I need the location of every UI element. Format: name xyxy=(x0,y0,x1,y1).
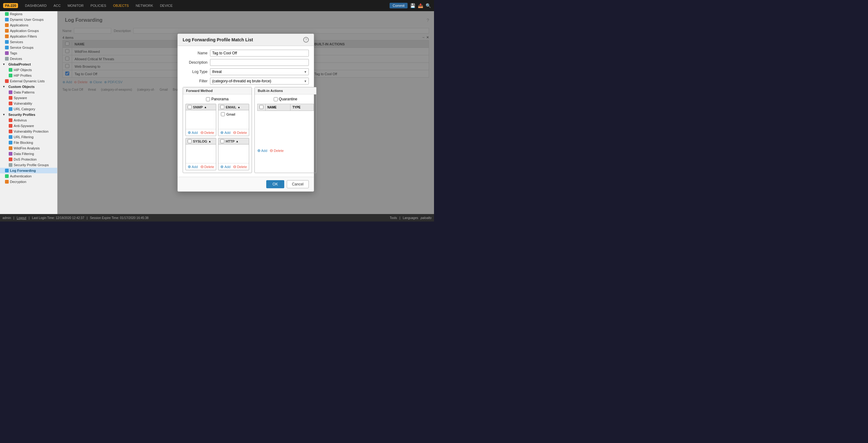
sidebar-item-wildfire-analysis[interactable]: WildFire Analysis xyxy=(0,146,57,151)
modal-footer: OK Cancel xyxy=(178,177,314,191)
builtin-add-btn[interactable]: ⊕ Add xyxy=(257,148,268,153)
sidebar-item-log-forwarding[interactable]: Log Forwarding xyxy=(0,168,57,173)
syslog-delete-btn[interactable]: ⊖ Delete xyxy=(200,164,214,169)
sidebar-item-spyware[interactable]: Spyware xyxy=(0,95,57,101)
sidebar-item-file-blocking[interactable]: File Blocking xyxy=(0,140,57,146)
cancel-button[interactable]: Cancel xyxy=(287,180,309,188)
sidebar-item-services[interactable]: Services xyxy=(0,39,57,45)
file-blocking-icon xyxy=(9,141,12,145)
filter-select[interactable]: (category-of-threatid eq brute-force) an… xyxy=(210,78,309,85)
services-icon xyxy=(5,40,9,44)
forward-method-section: Forward Method Panorama xyxy=(183,87,252,173)
upload-icon[interactable]: 📤 xyxy=(418,3,423,8)
expand-icon: ▼ xyxy=(2,63,5,66)
sidebar-item-security-profile-groups[interactable]: Security Profile Groups xyxy=(0,162,57,168)
sidebar-parent-globalprotect[interactable]: ▼ GlobalProtect xyxy=(0,62,57,67)
sidebar-item-anti-spyware[interactable]: Anti-Spyware xyxy=(0,123,57,129)
forward-method-title: Forward Method xyxy=(183,87,252,94)
http-delete-btn[interactable]: ⊖ Delete xyxy=(233,164,247,169)
sidebar-item-vulnerability-protection[interactable]: Vulnerability Protection xyxy=(0,129,57,134)
application-groups-icon xyxy=(5,29,9,33)
description-label: Description xyxy=(183,60,208,65)
method-grid: SNMP ▲ ⊕ Add xyxy=(185,104,249,170)
http-add-btn[interactable]: ⊕ Add xyxy=(220,164,230,169)
sidebar-item-regions[interactable]: Regions xyxy=(0,11,57,17)
nav-device[interactable]: DEVICE xyxy=(157,2,176,9)
log-type-select[interactable]: threat traffic url data wildfire xyxy=(210,68,309,75)
quarantine-checkbox[interactable] xyxy=(274,97,278,101)
log-type-select-wrap: threat traffic url data wildfire ▼ xyxy=(210,68,309,75)
regions-icon xyxy=(5,12,9,16)
email-header: EMAIL ▲ xyxy=(218,104,249,110)
name-input[interactable] xyxy=(210,50,309,57)
http-checkbox[interactable] xyxy=(220,139,224,143)
modal-body: Name Description Log Type threat xyxy=(178,46,314,177)
modal-help-icon[interactable]: ? xyxy=(303,37,309,42)
builtin-add-icon: ⊕ xyxy=(257,148,261,153)
sidebar-item-data-patterns[interactable]: Data Patterns xyxy=(0,90,57,95)
save-icon[interactable]: 💾 xyxy=(410,3,415,8)
nav-dashboard[interactable]: DASHBOARD xyxy=(22,2,50,9)
sidebar-item-decryption[interactable]: Decryption xyxy=(0,179,57,185)
sidebar-item-vulnerability[interactable]: Vulnerability xyxy=(0,101,57,106)
sidebar-item-external-dynamic-lists[interactable]: External Dynamic Lists xyxy=(0,78,57,84)
sidebar-parent-security-profiles[interactable]: ▼ Security Profiles xyxy=(0,112,57,118)
email-footer: ⊕ Add ⊖ Delete xyxy=(218,129,249,136)
sidebar-item-antivirus[interactable]: Antivirus xyxy=(0,118,57,123)
builtin-select-all[interactable] xyxy=(259,105,264,109)
sidebar-item-applications[interactable]: Applications xyxy=(0,22,57,28)
sidebar-item-hip-profiles[interactable]: HIP Profiles xyxy=(0,73,57,78)
sidebar-item-url-filtering[interactable]: URL Filtering xyxy=(0,134,57,140)
sidebar-parent-custom-objects[interactable]: ▼ Custom Objects xyxy=(0,84,57,90)
email-add-btn[interactable]: ⊕ Add xyxy=(220,130,230,135)
status-tools[interactable]: Tools xyxy=(390,216,397,220)
email-item-gmail[interactable]: Gmail xyxy=(220,112,247,117)
sidebar-item-dos-protection[interactable]: DoS Protection xyxy=(0,157,57,162)
email-delete-btn[interactable]: ⊖ Delete xyxy=(233,130,247,135)
data-patterns-icon xyxy=(9,90,12,94)
sidebar-item-application-groups[interactable]: Application Groups xyxy=(0,28,57,34)
status-languages[interactable]: Languages xyxy=(403,216,418,220)
snmp-add-btn[interactable]: ⊕ Add xyxy=(188,130,198,135)
nav-objects[interactable]: OBJECTS xyxy=(110,2,132,9)
content-area: Log Forwarding ? Name Description 4 item… xyxy=(58,11,434,214)
commit-button[interactable]: Commit xyxy=(390,3,408,8)
builtin-delete-btn[interactable]: ⊖ Delete xyxy=(270,148,284,153)
expand-icon: ▼ xyxy=(2,85,5,88)
builtin-col-type: TYPE xyxy=(290,104,313,111)
syslog-add-btn[interactable]: ⊕ Add xyxy=(188,164,198,169)
sidebar-item-application-filters[interactable]: Application Filters xyxy=(0,34,57,39)
gmail-checkbox[interactable] xyxy=(221,112,225,116)
wildfire-analysis-icon xyxy=(9,146,12,150)
nav-policies[interactable]: POLICIES xyxy=(87,2,110,9)
syslog-delete-icon: ⊖ xyxy=(200,164,204,169)
snmp-add-icon: ⊕ xyxy=(188,130,191,135)
builtin-table: NAME TYPE xyxy=(257,104,314,111)
ok-button[interactable]: OK xyxy=(266,180,284,188)
panorama-checkbox[interactable] xyxy=(206,97,210,101)
syslog-checkbox[interactable] xyxy=(188,139,192,143)
sidebar-item-service-groups[interactable]: Service Groups xyxy=(0,45,57,50)
sidebar-item-authentication[interactable]: Authentication xyxy=(0,173,57,179)
snmp-body xyxy=(186,110,216,129)
email-checkbox[interactable] xyxy=(220,105,224,109)
external-dynamic-lists-icon xyxy=(5,79,9,83)
nav-network[interactable]: NETWORK xyxy=(133,2,156,9)
nav-acc[interactable]: ACC xyxy=(50,2,64,9)
status-logout[interactable]: Logout xyxy=(17,216,26,220)
snmp-footer: ⊕ Add ⊖ Delete xyxy=(186,129,216,136)
dynamic-user-groups-icon xyxy=(5,18,9,22)
sidebar-item-tags[interactable]: Tags xyxy=(0,50,57,56)
builtin-actions-content: Quarantine NAME TYPE xyxy=(255,94,316,155)
sidebar-item-devices[interactable]: Devices xyxy=(0,56,57,62)
snmp-checkbox[interactable] xyxy=(188,105,192,109)
search-icon[interactable]: 🔍 xyxy=(426,3,431,8)
sidebar-item-data-filtering[interactable]: Data Filtering xyxy=(0,151,57,157)
sidebar-item-dynamic-user-groups[interactable]: Dynamic User Groups xyxy=(0,17,57,22)
sidebar-item-url-category[interactable]: URL Category xyxy=(0,106,57,112)
snmp-delete-btn[interactable]: ⊖ Delete xyxy=(200,130,214,135)
description-input[interactable] xyxy=(210,59,309,66)
email-panel: EMAIL ▲ Gmail xyxy=(218,104,249,136)
sidebar-item-hip-objects[interactable]: HIP Objects xyxy=(0,67,57,73)
nav-monitor[interactable]: MONITOR xyxy=(64,2,87,9)
